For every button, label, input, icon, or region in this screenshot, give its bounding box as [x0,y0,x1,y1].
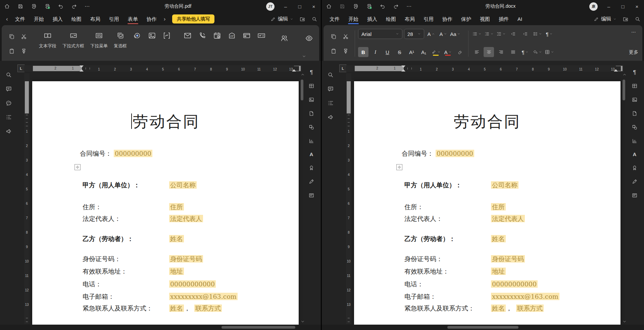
show-marks-button[interactable]: ¶ [520,47,530,57]
scroll-down-icon[interactable] [622,319,627,324]
maximize-button[interactable]: □ [297,4,303,9]
horizontal-scrollbar-thumb[interactable] [447,326,518,329]
format-painter-icon[interactable] [20,48,27,54]
paste-icon[interactable] [8,48,15,54]
image-icon[interactable] [308,97,314,103]
search-icon[interactable] [5,72,12,78]
align-right-button[interactable] [496,47,506,57]
edit-mode-button[interactable]: 编辑 [270,16,293,22]
menu-tab[interactable]: 引用 [105,13,123,25]
text-frame-icon[interactable] [308,192,314,198]
left-indent-marker[interactable] [401,69,405,72]
menu-tab[interactable]: 绘图 [67,13,86,25]
dropdown-box-button[interactable]: 下拉式方框 [59,28,87,59]
bullet-list-button[interactable] [472,29,482,39]
comment-icon[interactable] [327,86,334,92]
save-icon[interactable] [17,3,23,9]
shapes-icon[interactable] [308,124,314,130]
shading-button[interactable] [532,47,542,57]
menu-tab[interactable]: 绘图 [382,13,400,25]
increase-indent-button[interactable] [520,29,530,39]
table-icon[interactable] [632,83,638,89]
more-actions-icon[interactable]: ⋯ [406,3,412,9]
collapse-ribbon-icon[interactable] [302,54,306,59]
paste-icon[interactable] [330,48,337,54]
seal-icon[interactable] [632,165,638,171]
row-value[interactable]: 公司名称 [169,181,197,189]
id-card-field-button[interactable] [239,28,254,59]
horizontal-ruler[interactable]: 21 12345678910111213 [24,65,302,72]
image-field-button[interactable] [145,28,159,59]
save-as-icon[interactable] [299,16,305,22]
contacts-button[interactable] [275,28,294,59]
contract-number-value[interactable]: 000000000 [114,150,152,157]
increase-font-button[interactable]: A [426,29,436,39]
row-value[interactable]: 身份证号码 [491,255,525,263]
bold-button[interactable]: B [358,47,368,57]
menu-tab[interactable]: 文件 [11,13,30,25]
print-check-icon[interactable] [44,3,50,9]
row-value[interactable]: 姓名 [169,235,184,242]
copy-icon[interactable] [330,33,337,40]
menu-tab[interactable]: 协作 [438,13,457,25]
input-check-field-button[interactable] [254,28,269,59]
text-highlight-button[interactable] [431,47,441,57]
document-page[interactable]: 劳动合同 合同编号： 000000000 甲方（用人单位）：公司名称 [354,81,621,325]
menu-tab[interactable]: AI [513,13,527,25]
zip-field-button[interactable] [225,28,239,59]
row-value2[interactable]: 联系方式 [516,304,544,312]
dropdown-menu-button[interactable]: 下拉菜单 [87,28,111,59]
announce-icon[interactable] [327,114,334,121]
first-line-indent-marker[interactable] [401,65,405,68]
minimize-button[interactable]: – [606,4,612,9]
document-title[interactable]: 劳动合同 [354,111,621,132]
cut-icon[interactable] [20,33,27,40]
table-move-handle[interactable] [75,164,81,170]
align-left-button[interactable] [472,47,482,57]
row-value[interactable]: 法定代表人 [169,215,203,222]
vertical-ruler[interactable]: 12345678910111213 [24,73,30,324]
announce-icon[interactable] [5,128,12,135]
row-value[interactable]: 地址 [169,268,184,275]
avatar[interactable]: JT [266,2,275,11]
maximize-button[interactable]: □ [620,4,626,9]
edit-mode-button[interactable]: 编辑 [594,16,616,22]
tab-stop-selector[interactable]: L [339,64,346,72]
phone-field-button[interactable] [195,28,210,59]
font-size-select[interactable]: 28 [404,29,424,39]
text-frame-icon[interactable] [632,192,638,198]
wordart-icon[interactable]: A [310,152,313,157]
row-value[interactable]: 姓名 [491,235,506,242]
search-icon[interactable] [635,16,641,22]
row-value[interactable]: 00000000000 [491,280,538,288]
close-button[interactable]: × [311,4,317,9]
menu-tab[interactable]: 保护 [457,13,476,25]
menu-scroll-left-icon[interactable]: ‹ [3,16,11,22]
menu-tab[interactable]: 插入 [48,13,67,25]
table-icon[interactable] [308,83,314,89]
checkbox-field-button[interactable]: 复选框 [111,28,130,59]
wordart-icon[interactable]: A [633,152,637,157]
menu-tab[interactable]: 开始 [30,13,48,25]
menu-tab[interactable]: 引用 [419,13,438,25]
copy-icon[interactable] [8,33,15,40]
vertical-scrollbar-thumb[interactable] [623,80,625,100]
row-value[interactable]: 法定代表人 [491,215,525,222]
date-field-button[interactable] [210,28,225,59]
vertical-scrollbar[interactable] [300,72,304,324]
save-icon[interactable] [339,3,345,9]
scroll-up-icon[interactable] [622,72,627,77]
underline-button[interactable]: U [382,47,393,57]
row-value[interactable]: 住所 [491,203,506,210]
redo-icon[interactable] [393,3,399,9]
more-dots-icon[interactable]: ⋯ [631,29,636,35]
row-value[interactable]: xxxxxxxxx@163.com [491,293,559,300]
home-icon[interactable] [4,3,10,9]
multilevel-list-button[interactable] [496,29,506,39]
row-value[interactable]: 00000000000 [169,280,216,288]
undo-icon[interactable] [380,3,386,9]
first-line-indent-marker[interactable] [80,65,84,68]
menu-tab[interactable]: 协作 [142,13,161,25]
justify-button[interactable] [508,47,518,57]
save-as-icon[interactable] [623,16,629,22]
